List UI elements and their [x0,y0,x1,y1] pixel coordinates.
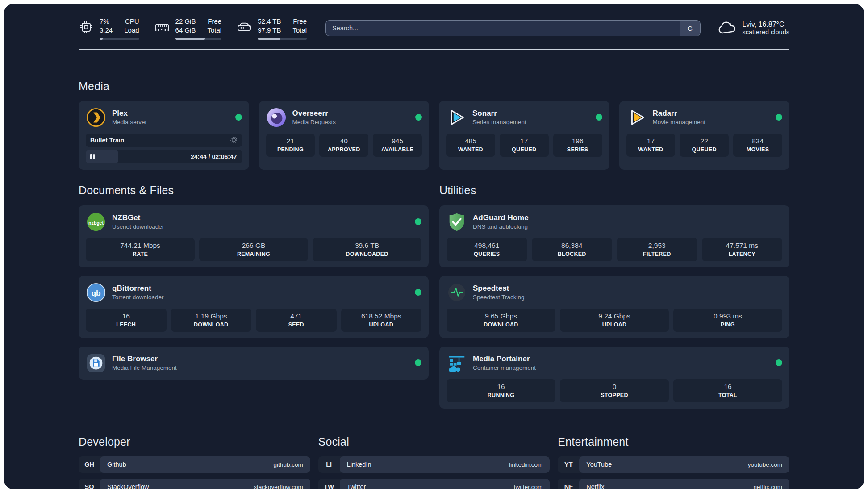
app-subtitle-portainer: Container management [473,364,536,371]
link-name: Github [107,461,126,468]
stat-tile-wanted: 485 WANTED [446,134,495,157]
card-portainer[interactable]: Media Portainer Container management 16 … [439,347,789,409]
stat-tile-download: 1.19 Gbps DOWNLOAD [171,309,252,332]
card-adguard[interactable]: AdGuard Home DNS and adblocking 498,461 … [439,205,789,267]
now-playing-row: Bullet Train [86,134,242,147]
link-name: Twitter [347,483,366,489]
playback-time: 24:44 / 02:06:47 [191,150,237,163]
app-name-overseerr: Overseerr [292,109,336,118]
card-speedtest[interactable]: Speedtest Speedtest Tracking 9.65 Gbps D… [439,276,789,338]
svg-text:nzbget: nzbget [88,220,104,225]
filebrowser-icon [86,353,106,373]
radarr-icon [626,107,647,128]
app-subtitle-plex: Media server [112,119,147,125]
disk-total-value: 97.9 TB [258,26,281,35]
app-subtitle-filebrowser: Media File Management [112,364,177,371]
search-engine-button[interactable]: G [680,21,700,36]
section-title-social: Social [318,435,550,448]
playback-progress-fill [86,150,118,163]
weather-condition: scattered clouds [742,29,789,36]
app-subtitle-overseerr: Media Requests [292,119,336,125]
card-filebrowser[interactable]: File Browser Media File Management [79,347,429,380]
section-title-entertainment: Entertainment [558,435,789,448]
pause-icon[interactable] [90,154,95,159]
weather-widget[interactable]: Lviv, 16.87°C scattered clouds [718,21,789,36]
portainer-icon [447,353,467,373]
card-qbittorrent[interactable]: qb qBittorrent Torrent downloader 16 LEE… [79,276,429,338]
stat-tile-queued: 17 QUEUED [500,134,549,157]
card-radarr[interactable]: Radarr Movie management 17 WANTED 22 QUE… [619,101,790,170]
link-url: github.com [274,461,303,468]
disk-icon [237,20,252,35]
stat-tile-total: 16 TOTAL [673,379,782,402]
stat-tile-queued: 22 QUEUED [680,134,729,157]
overseerr-icon [266,107,287,128]
cpu-usage-value: 7% [100,17,113,26]
search-input[interactable] [326,20,701,36]
stat-tile-queries: 498,461 QUERIES [447,238,527,261]
disk-progress-bar [258,38,307,40]
link-netflix[interactable]: NF Netflix netflix.com [558,479,789,489]
top-bar: 7% 3.24 CPU Load [4,4,864,40]
status-dot [596,114,602,121]
cpu-load-label: Load [124,26,139,35]
dashboard-root: 7% 3.24 CPU Load [4,4,864,489]
section-entertainment: Entertainment YT YouTube youtube.com NF … [558,435,789,489]
adguard-icon [447,212,467,232]
stat-tile-seed: 471 SEED [256,309,337,332]
qbittorrent-icon: qb [86,282,106,303]
link-url: youtube.com [748,461,782,468]
link-abbr: NF [558,479,579,489]
stat-tile-pending: 21 PENDING [266,134,315,157]
ram-free-label: Free [207,17,221,26]
ram-total-value: 64 GiB [175,26,196,35]
status-dot [415,289,421,296]
app-name-qbittorrent: qBittorrent [112,284,164,293]
link-url: stackoverflow.com [254,484,303,489]
cpu-metric: 7% 3.24 CPU Load [79,17,139,40]
stat-tile-remaining: 266 GB REMAINING [199,238,308,261]
app-name-adguard: AdGuard Home [473,213,529,222]
section-title-documents: Documents & Files [79,184,429,197]
link-stackoverflow[interactable]: SO StackOverflow stackoverflow.com [79,479,310,489]
ram-icon [154,20,170,35]
session-icon[interactable] [230,136,238,144]
stat-tile-downloaded: 39.6 TB DOWNLOADED [313,238,421,261]
link-linkedin[interactable]: LI LinkedIn linkedin.com [318,456,550,473]
disk-total-label: Total [292,26,307,35]
app-subtitle-nzbget: Usenet downloader [112,223,164,230]
section-title-utilities: Utilities [439,184,789,197]
svg-text:qb: qb [91,288,100,297]
link-abbr: LI [318,456,340,473]
app-subtitle-qbittorrent: Torrent downloader [112,294,164,301]
ram-progress-bar [175,38,222,40]
app-name-speedtest: Speedtest [473,284,525,293]
ram-free-value: 22 GiB [175,17,196,26]
card-nzbget[interactable]: nzbget NZBGet Usenet downloader 744.21 M… [79,205,429,267]
stat-tile-available: 945 AVAILABLE [373,134,422,157]
app-subtitle-adguard: DNS and adblocking [473,223,529,230]
nzbget-icon: nzbget [86,212,106,232]
link-github[interactable]: GH Github github.com [79,456,310,473]
stat-tile-wanted: 17 WANTED [626,134,676,157]
app-name-sonarr: Sonarr [472,109,526,118]
disk-free-value: 52.4 TB [258,17,281,26]
link-twitter[interactable]: TW Twitter twitter.com [318,479,550,489]
weather-location: Lviv, 16.87°C [742,21,789,29]
section-media: Media Plex Media server [79,80,789,170]
link-url: netflix.com [753,484,782,489]
sonarr-icon [446,107,467,128]
status-dot [235,114,242,121]
section-developer: Developer GH Github github.com SO StackO… [79,435,310,489]
stat-tile-leech: 16 LEECH [86,309,167,332]
card-plex[interactable]: Plex Media server Bullet Train [79,101,249,170]
status-dot [415,359,421,366]
card-sonarr[interactable]: Sonarr Series management 485 WANTED 17 Q… [439,101,609,170]
link-youtube[interactable]: YT YouTube youtube.com [558,456,789,473]
ram-total-label: Total [207,26,221,35]
section-documents: Documents & Files nzbget NZBGet Usenet d… [79,184,429,409]
status-dot [776,359,782,366]
stat-tile-series: 196 SERIES [553,134,602,157]
card-overseerr[interactable]: Overseerr Media Requests 21 PENDING 40 A… [259,101,430,170]
stat-tile-filtered: 2,953 FILTERED [617,238,697,261]
